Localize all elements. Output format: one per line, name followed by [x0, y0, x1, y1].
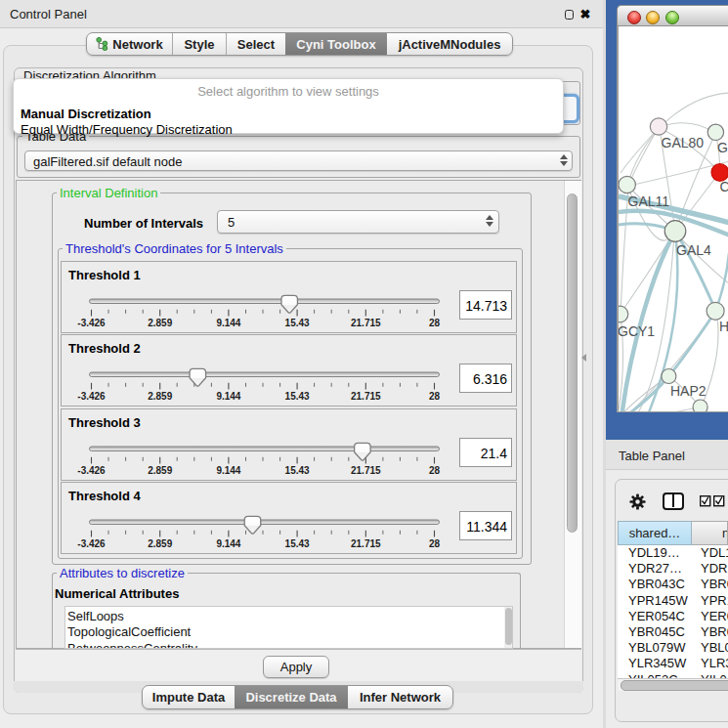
svg-text:15.43: 15.43 — [285, 318, 310, 328]
svg-text:21.715: 21.715 — [351, 538, 381, 549]
svg-text:9.144: 9.144 — [216, 538, 240, 549]
svg-text:21.715: 21.715 — [351, 391, 381, 402]
svg-text:GAL4: GAL4 — [676, 242, 711, 258]
svg-text:GAL80: GAL80 — [662, 135, 705, 150]
svg-text:28: 28 — [429, 391, 441, 402]
svg-text:-3.426: -3.426 — [77, 318, 106, 328]
svg-text:9.144: 9.144 — [216, 318, 240, 328]
svg-text:GAL11: GAL11 — [628, 193, 670, 209]
svg-text:2.859: 2.859 — [148, 391, 172, 402]
svg-text:2.859: 2.859 — [148, 538, 172, 549]
svg-text:H: H — [719, 319, 728, 334]
svg-text:GA: GA — [717, 140, 728, 155]
svg-text:28: 28 — [429, 538, 441, 549]
svg-text:-3.426: -3.426 — [77, 391, 106, 402]
svg-text:HAP2: HAP2 — [670, 383, 707, 399]
svg-text:28: 28 — [429, 465, 441, 476]
svg-text:15.43: 15.43 — [285, 538, 310, 549]
svg-text:C: C — [720, 179, 728, 194]
svg-text:2.859: 2.859 — [148, 465, 172, 476]
svg-text:15.43: 15.43 — [285, 465, 310, 476]
svg-text:-3.426: -3.426 — [77, 538, 106, 549]
svg-text:21.715: 21.715 — [351, 465, 381, 476]
svg-text:21.715: 21.715 — [351, 318, 381, 328]
svg-text:9.144: 9.144 — [216, 465, 240, 476]
svg-text:GCY1: GCY1 — [619, 323, 655, 339]
svg-text:9.144: 9.144 — [216, 391, 240, 402]
svg-text:15.43: 15.43 — [285, 391, 310, 402]
svg-text:28: 28 — [429, 318, 441, 328]
svg-text:2.859: 2.859 — [148, 318, 172, 328]
svg-text:-3.426: -3.426 — [77, 465, 106, 476]
